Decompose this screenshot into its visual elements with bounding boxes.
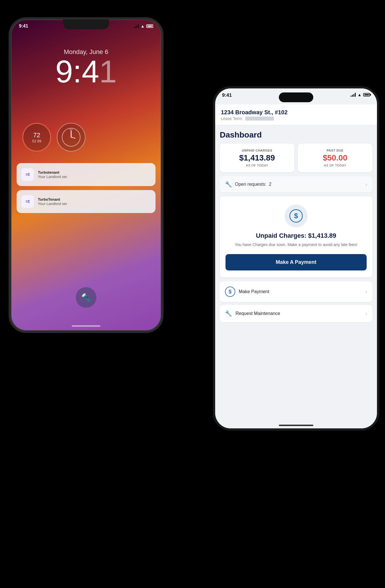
front-phone-time: 9:41 [222, 92, 232, 98]
notification-turbotenant-1[interactable]: ≡t Turbotenant Your Landlord ser [17, 163, 155, 186]
request-maintenance-link[interactable]: 🔧 Request Maintenance › [220, 305, 372, 322]
battery-front-icon [363, 93, 370, 96]
wifi-icon: ▲ [141, 24, 145, 28]
unpaid-charges-sub: AS OF TODAY [224, 164, 290, 167]
lease-term-blur [245, 117, 274, 121]
front-status-icons: ▲ [351, 92, 370, 97]
home-indicator-front [279, 425, 313, 426]
flashlight-icon: 🔦 [81, 293, 91, 302]
payment-card: $ Unpaid Charges: $1,413.89 You have Cha… [220, 196, 372, 277]
past-due-label: PAST DUE [302, 149, 368, 152]
open-requests-bar[interactable]: 🔧 Open requests: 2 › [220, 176, 372, 192]
wrench-link-icon: 🔧 [225, 310, 232, 317]
charges-row: UNPAID CHARGES $1,413.89 AS OF TODAY PAS… [220, 144, 372, 172]
maintenance-chevron-icon: › [365, 311, 367, 317]
requests-chevron-icon: › [365, 181, 367, 187]
past-due-amount: $50.00 [302, 153, 368, 163]
notification-text-2: TurboTenant Your Landlord ser [38, 197, 151, 206]
wrench-requests-icon: 🔧 [225, 181, 232, 188]
request-maintenance-link-label: Request Maintenance [236, 311, 280, 316]
time-big: 9:41 [11, 56, 161, 87]
front-phone: 9:41 ▲ 1234 Broadway St., #102 Lease Ter… [213, 86, 379, 431]
make-payment-button[interactable]: Make A Payment [225, 254, 367, 270]
dollar-svg-icon: $ [289, 209, 303, 223]
payment-title: Unpaid Charges: $1,413.89 [225, 232, 367, 239]
past-due-sub: AS OF TODAY [302, 164, 368, 167]
requests-left: 🔧 Open requests: 2 [225, 181, 271, 188]
signal-bars-icon [134, 24, 139, 28]
address-street: 1234 Broadway St., #102 [221, 109, 371, 116]
wifi-front-icon: ▲ [357, 92, 361, 97]
address-lease: Lease Term: [221, 116, 371, 121]
dynamic-island [279, 92, 313, 102]
svg-text:NY: NY [69, 128, 73, 131]
unpaid-charges-label: UNPAID CHARGES [224, 149, 290, 152]
weather-range: 52 89 [32, 139, 42, 143]
dashboard-title: Dashboard [220, 130, 372, 140]
address-header: 1234 Broadway St., #102 Lease Term: [215, 105, 377, 125]
battery-icon [146, 24, 153, 28]
dollar-circle-icon: $ [285, 204, 308, 227]
make-payment-chevron-icon: › [365, 289, 367, 295]
dashboard-section: Dashboard UNPAID CHARGES $1,413.89 AS OF… [215, 125, 377, 339]
turbotenant-icon-2: ≡t [21, 195, 34, 208]
weather-widget: 72 52 89 [22, 123, 51, 152]
signal-bars-front-icon [351, 93, 356, 97]
notification-text-1: Turbotenant Your Landlord ser [38, 170, 151, 179]
dollar-link-icon: $ [225, 287, 235, 297]
turbotenant-icon: ≡t [21, 168, 34, 181]
clock-face-icon: NY [61, 127, 81, 147]
app-content: 1234 Broadway St., #102 Lease Term: Dash… [215, 105, 377, 428]
svg-line-2 [71, 137, 75, 138]
clock-widget: NY [57, 123, 85, 152]
past-due-card: PAST DUE $50.00 AS OF TODAY [298, 144, 372, 172]
back-phone-time: 9:41 [19, 24, 28, 29]
unpaid-charges-card: UNPAID CHARGES $1,413.89 AS OF TODAY [220, 144, 294, 172]
flashlight-button[interactable]: 🔦 [76, 287, 96, 308]
svg-text:$: $ [294, 212, 298, 220]
back-phone-status-bar: 9:41 ▲ [11, 24, 161, 29]
back-phone: 9:41 ▲ Monday, June 6 9:41 72 52 89 [9, 17, 164, 333]
weather-temp: 72 [33, 131, 40, 139]
lock-screen-date: Monday, June 6 9:41 [11, 48, 161, 87]
payment-description: You have Charges due soon. Make a paymen… [225, 242, 367, 248]
unpaid-charges-amount: $1,413.89 [224, 153, 290, 163]
home-indicator-back [72, 325, 100, 327]
make-payment-link[interactable]: $ Make Payment › [220, 281, 372, 302]
make-payment-link-label: Make Payment [239, 289, 269, 294]
requests-text: Open requests: 2 [235, 182, 271, 187]
notification-turbotenant-2[interactable]: ≡t TurboTenant Your Landlord ser [17, 190, 155, 213]
